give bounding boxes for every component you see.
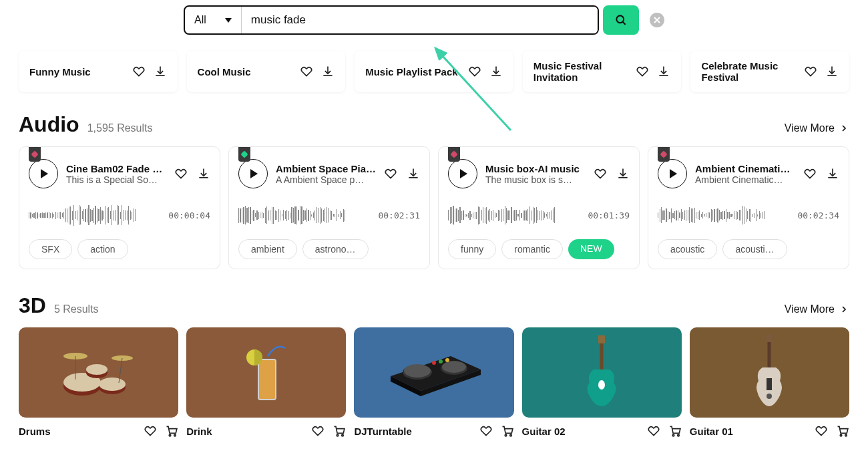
heart-icon[interactable] xyxy=(300,65,313,78)
suggestion-card[interactable]: Music Playlist Pack xyxy=(355,51,513,92)
suggestion-title: Music Festival Invitation xyxy=(533,60,636,83)
play-button[interactable] xyxy=(658,159,687,188)
suggestion-card[interactable]: Celebrate Music Festival xyxy=(690,51,849,92)
3d-card: Drums xyxy=(19,327,178,438)
download-icon[interactable] xyxy=(407,167,420,180)
3d-card: DJTurntable xyxy=(354,327,513,438)
audio-tag[interactable]: action xyxy=(77,239,128,259)
audio-tag[interactable]: romantic xyxy=(501,239,563,259)
audio-tag[interactable]: astrono… xyxy=(302,239,369,259)
waveform[interactable] xyxy=(448,202,580,229)
svg-point-30 xyxy=(439,359,443,363)
heart-icon[interactable] xyxy=(636,65,649,78)
download-icon[interactable] xyxy=(154,65,167,78)
3d-view-more[interactable]: View More xyxy=(785,303,849,315)
heart-icon[interactable] xyxy=(468,65,481,78)
3d-card: Guitar 02 xyxy=(522,327,682,438)
3d-section: 3D 5 Results View More DrumsDrinkDJTurnt… xyxy=(0,293,868,438)
svg-point-32 xyxy=(505,434,507,436)
3d-thumbnail[interactable] xyxy=(354,327,513,418)
cart-icon[interactable] xyxy=(836,424,849,438)
3d-title: Guitar 02 xyxy=(522,426,566,437)
audio-tag[interactable]: SFX xyxy=(29,239,72,259)
cart-icon[interactable] xyxy=(333,424,346,438)
suggestion-card[interactable]: Music Festival Invitation xyxy=(523,51,682,92)
heart-icon[interactable] xyxy=(647,424,660,438)
cart-icon[interactable] xyxy=(165,424,178,438)
audio-duration: 00:01:39 xyxy=(588,210,630,220)
audio-title: Music box-AI music xyxy=(485,163,586,174)
audio-tag[interactable]: ambient xyxy=(238,239,297,259)
heart-icon[interactable] xyxy=(144,424,157,438)
heart-icon[interactable] xyxy=(311,424,324,438)
audio-tag[interactable]: funny xyxy=(448,239,496,259)
search-filter-label: All xyxy=(194,14,206,26)
svg-point-16 xyxy=(174,434,176,436)
audio-title: Ambient Cinemati… xyxy=(695,163,795,174)
audio-section-count: 1,595 Results xyxy=(87,122,153,134)
download-icon[interactable] xyxy=(489,65,503,78)
search-bar: All xyxy=(184,5,664,35)
3d-title: Guitar 01 xyxy=(690,426,733,437)
quality-badge xyxy=(448,147,460,162)
audio-card: Ambient Space Pia…A Ambient Space p…00:0… xyxy=(228,146,430,269)
play-button[interactable] xyxy=(448,159,477,188)
svg-point-10 xyxy=(86,364,107,375)
3d-thumbnail[interactable] xyxy=(522,327,682,418)
download-icon[interactable] xyxy=(616,167,630,180)
waveform[interactable] xyxy=(29,202,160,229)
suggestion-card[interactable]: Cool Music xyxy=(187,51,346,92)
heart-icon[interactable] xyxy=(815,424,828,438)
audio-tag[interactable]: acousti… xyxy=(722,239,787,259)
3d-title: DJTurntable xyxy=(354,426,411,437)
svg-point-20 xyxy=(337,434,339,436)
heart-icon[interactable] xyxy=(174,167,188,180)
suggestion-title: Celebrate Music Festival xyxy=(701,60,804,83)
3d-title: Drink xyxy=(186,426,212,437)
3d-thumbnail[interactable] xyxy=(19,327,178,418)
quality-badge xyxy=(29,147,41,162)
search-filter-dropdown[interactable]: All xyxy=(185,7,242,33)
clear-button[interactable] xyxy=(650,13,664,27)
play-icon xyxy=(460,169,467,178)
chevron-right-icon xyxy=(839,304,849,315)
play-button[interactable] xyxy=(29,159,58,188)
svg-point-37 xyxy=(678,434,680,436)
heart-icon[interactable] xyxy=(804,65,817,78)
waveform[interactable] xyxy=(238,202,370,229)
search-button[interactable] xyxy=(603,5,639,35)
play-icon xyxy=(250,169,258,178)
download-icon[interactable] xyxy=(825,65,839,78)
audio-title: Ambient Space Pia… xyxy=(276,163,376,174)
play-icon xyxy=(41,169,48,178)
heart-icon[interactable] xyxy=(803,167,817,180)
download-icon[interactable] xyxy=(826,167,839,180)
audio-duration: 00:02:31 xyxy=(378,210,420,220)
audio-card: Ambient Cinemati…Ambient Cinematic…00:02… xyxy=(648,146,849,269)
audio-subtitle: This is a Special So… xyxy=(66,174,166,185)
audio-view-more[interactable]: View More xyxy=(785,122,849,134)
cart-icon[interactable] xyxy=(501,424,514,438)
search-input[interactable] xyxy=(242,7,598,33)
heart-icon[interactable] xyxy=(594,167,607,180)
suggestion-card[interactable]: Funny Music xyxy=(19,51,178,92)
3d-title: Drums xyxy=(19,426,51,437)
download-icon[interactable] xyxy=(321,65,335,78)
3d-thumbnail[interactable] xyxy=(186,327,346,418)
svg-point-21 xyxy=(342,434,344,436)
heart-icon[interactable] xyxy=(479,424,493,438)
suggestion-title: Funny Music xyxy=(29,66,91,78)
download-icon[interactable] xyxy=(657,65,670,78)
3d-thumbnail[interactable] xyxy=(690,327,849,418)
heart-icon[interactable] xyxy=(384,167,397,180)
waveform[interactable] xyxy=(658,202,789,229)
svg-rect-39 xyxy=(767,378,772,390)
heart-icon[interactable] xyxy=(132,65,146,78)
play-button[interactable] xyxy=(238,159,268,188)
download-icon[interactable] xyxy=(197,167,210,180)
svg-point-15 xyxy=(169,434,171,436)
audio-tag[interactable]: acoustic xyxy=(658,239,717,259)
cart-icon[interactable] xyxy=(668,424,682,438)
svg-point-40 xyxy=(767,394,772,399)
audio-card: Music box-AI musicThe music box is s…00:… xyxy=(438,146,640,269)
